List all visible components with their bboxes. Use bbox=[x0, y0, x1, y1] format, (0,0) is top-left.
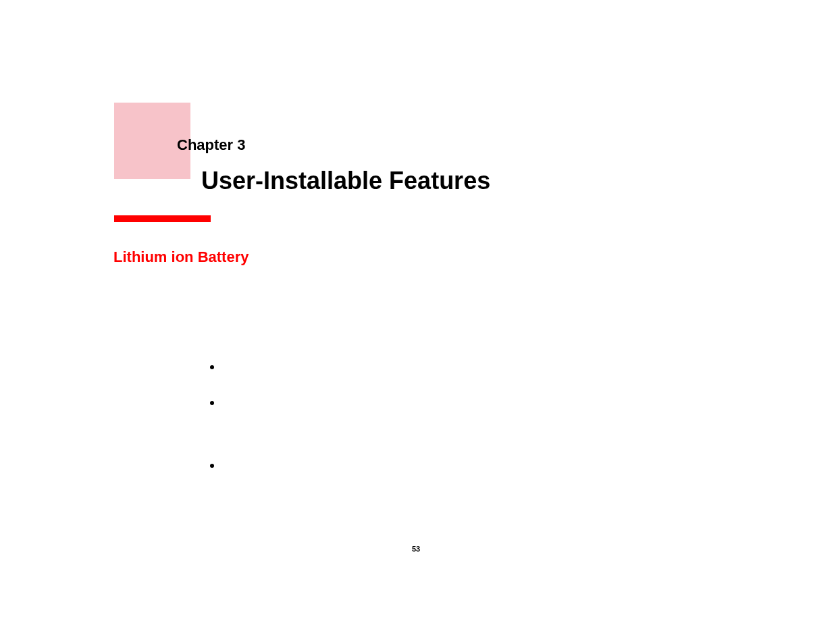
page-number: 53 bbox=[412, 545, 420, 553]
list-bullet bbox=[210, 464, 214, 468]
list-bullet bbox=[210, 365, 214, 369]
divider-bar bbox=[114, 215, 211, 222]
chapter-title: User-Installable Features bbox=[201, 167, 490, 195]
chapter-label: Chapter 3 bbox=[177, 136, 245, 154]
list-bullet bbox=[210, 401, 214, 405]
section-heading: Lithium ion Battery bbox=[113, 248, 249, 266]
